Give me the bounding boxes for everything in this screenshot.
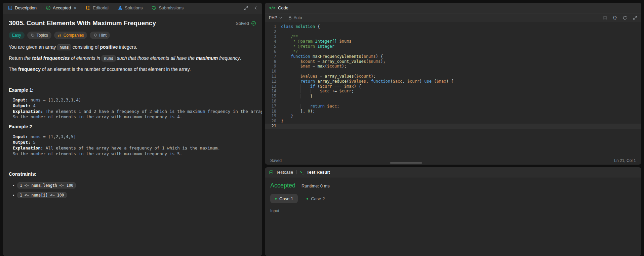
result-panel: Testcase >_ Test Result Accepted Runtime… [265,167,641,256]
check-circle-icon [251,21,256,26]
bookmark-icon[interactable] [603,15,607,20]
result-body: Accepted Runtime: 0 ms Case 1Case 2 Inpu… [265,177,641,218]
code-line: 20} [265,119,641,124]
lightbulb-icon [93,33,97,38]
line-number: 12 [265,79,276,84]
indent-guide [310,89,320,93]
line-number: 8 [265,59,276,64]
code-line: 8 $count = array_count_values($nums); [265,59,641,64]
constraints-section: Constraints: 1 <= nums.length <= 1001 <=… [9,171,256,199]
tab-separator [41,6,41,10]
tab-submissions[interactable]: Submissions [150,3,185,13]
indent-guide [281,94,291,98]
tab-accepted[interactable]: Accepted× [44,3,78,13]
code-lines: 1class Solution {23 /**4 * @param Intege… [265,24,641,129]
format-braces-icon[interactable]: {} [613,15,617,20]
runtime-text: Runtime: 0 ms [301,183,330,188]
code-line: 4 * @param Integer[] $nums [265,39,641,44]
collapse-panel-icon[interactable] [253,5,258,10]
indent-guide [291,89,300,93]
text-run: maximum [196,55,218,61]
example-line: Explanation: All elements of the array h… [13,145,256,151]
example-line: Output: 4 [13,103,256,109]
description-panel: DescriptionAccepted×EditorialSolutionsSu… [3,3,262,256]
horizontal-scrollbar[interactable] [390,162,422,164]
line-number: 20 [265,119,276,124]
tab-description[interactable]: Description [6,3,38,13]
line-number: 13 [265,84,276,89]
description-text: You are given an array nums consisting o… [9,44,256,73]
line-number: 4 [265,39,276,44]
case-label: Case 1 [279,196,293,201]
code-panel-title: Code [278,5,288,10]
indent-guide [281,49,291,54]
cursor-position: Ln 21, Col 1 [614,158,636,163]
tab-editorial[interactable]: Editorial [84,3,110,13]
companies-label: Companies [64,33,84,38]
accepted-icon [46,5,51,10]
code-editor[interactable]: 1class Solution {23 /**4 * @param Intege… [265,22,641,156]
difficulty-badge[interactable]: Easy [9,32,25,39]
indent-guide [281,104,291,109]
example-block: Input: nums = [1,2,3,4,5]Output: 5Explan… [13,134,256,157]
line-number: 11 [265,74,276,79]
code-line: 15 } [265,94,641,99]
description-paragraph: Return the total frequencies of elements… [9,55,256,62]
topics-badge[interactable]: Topics [27,32,51,39]
code-line: 16 [265,99,641,104]
line-number: 6 [265,49,276,54]
indent-guide [281,44,291,49]
line-number: 2 [265,29,276,34]
indent-guide [281,34,291,39]
examples-section: Example 1:Input: nums = [1,2,2,3,1,4]Out… [9,87,256,157]
tab-testcase[interactable]: Testcase [269,170,293,175]
case-status-dot [275,198,277,200]
maximize-panel-icon[interactable] [243,5,248,10]
code-line: 6 */ [265,49,641,54]
hint-badge[interactable]: Hint [90,32,110,39]
tab-separator [296,170,297,174]
example-label: Example 2: [9,124,256,129]
description-tabbar: DescriptionAccepted×EditorialSolutionsSu… [3,3,262,13]
indent-guide [300,104,310,109]
line-number: 15 [265,94,276,99]
code-line: 1class Solution { [265,24,641,29]
indent-guide [291,104,300,109]
tab-solutions[interactable]: Solutions [116,3,144,13]
language-selector[interactable]: PHP [269,15,283,20]
indent-guide [281,74,291,79]
inline-code: nums [102,55,116,61]
indent-guide [281,109,291,114]
example-block: Input: nums = [1,2,2,3,1,4]Output: 4Expl… [13,97,256,120]
problem-title: 3005. Count Elements With Maximum Freque… [9,19,156,27]
close-icon[interactable]: × [74,5,77,10]
example-line: Input: nums = [1,2,2,3,1,4] [13,97,256,103]
constraints-label: Constraints: [9,171,256,177]
case-chip[interactable]: Case 1 [270,194,298,203]
solutions-icon [118,5,123,10]
result-tabbar: Testcase >_ Test Result [265,167,641,177]
tab-test-result[interactable]: >_ Test Result [300,170,330,175]
code-line: 5 * @return Integer [265,44,641,49]
tab-separator [147,6,147,10]
verdict-row: Accepted Runtime: 0 ms [270,182,636,189]
editor-tools: {} [603,15,637,20]
indent-guide [291,94,300,98]
editor-statusbar: Saved Ln 21, Col 1 [265,156,641,165]
test-result-label: Test Result [307,170,330,175]
terminal-icon: >_ [300,170,304,174]
solved-status: Solved [236,19,256,26]
indent-guide [281,39,291,44]
auto-toggle[interactable]: Auto [288,15,302,20]
case-chip[interactable]: Case 2 [302,194,329,203]
text-run: total frequencies [32,55,70,61]
text-run: frequency [18,67,41,72]
companies-badge[interactable]: Companies [54,32,87,39]
fullscreen-icon[interactable] [633,15,637,20]
case-list: Case 1Case 2 [270,194,636,203]
description-paragraph: The frequency of an element is the numbe… [9,66,256,73]
reset-code-icon[interactable] [622,15,627,20]
chevron-down-icon [279,16,283,20]
tab-label: Description [15,5,37,10]
text-run: consisting of [71,44,100,50]
